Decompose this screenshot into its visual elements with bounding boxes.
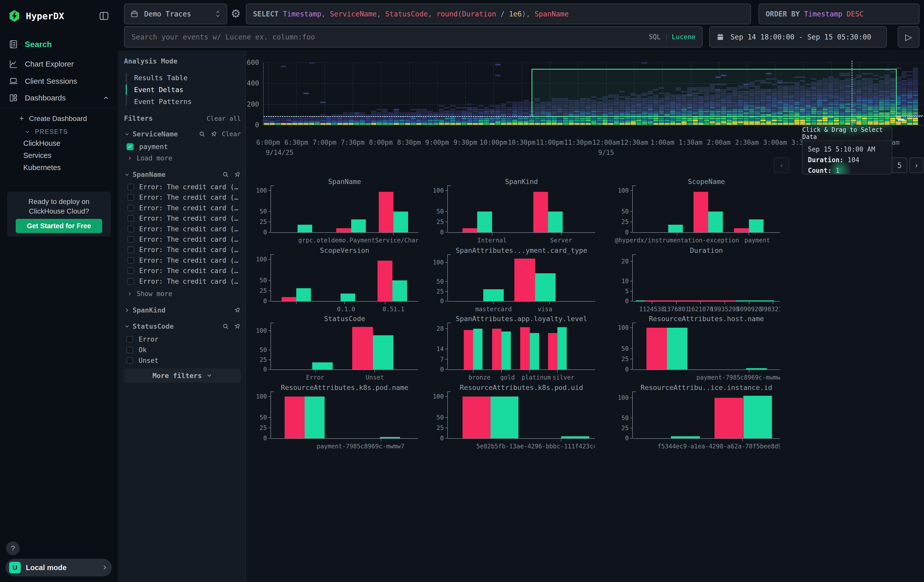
filter-option-spanname[interactable]: Error: The credit card (… [127,278,238,285]
checkbox[interactable] [127,226,134,232]
sql-mode-toggle[interactable]: SQL [649,33,661,41]
sidebar-item-chart-explorer[interactable]: Chart Explorer [8,59,74,69]
filters-title: Filters [124,114,153,122]
filter-option-unset[interactable]: Unset [127,357,158,364]
source-select[interactable]: Demo Traces [124,3,227,24]
mini-chart-spanattributes-app-loyalty-level[interactable]: SpanAttributes.app.loyalty.level071428br… [429,314,595,381]
filter-option-ok[interactable]: Ok [127,346,147,354]
chevron-down-icon[interactable] [124,323,130,330]
time-range-picker[interactable]: Sep 14 18:00:00 - Sep 15 05:30:00 [709,26,887,48]
page-number-button[interactable]: 5 [892,157,907,173]
clear-section-button[interactable]: Clear [222,130,241,138]
mode-event-deltas[interactable]: Event Deltas [134,86,183,94]
x-tick-label: 5e02b5fb-13ae-4296-bbbc-111f423c460d [476,443,595,449]
y-tick [630,281,632,281]
pin-icon[interactable] [232,322,242,331]
run-query-button[interactable]: ▷ [898,26,919,48]
mini-chart-resourceattributes-host-name[interactable]: ResourceAttributes.host.name02550100paym… [614,314,780,381]
pin-icon[interactable] [232,170,242,180]
chevron-down-icon[interactable] [124,131,130,137]
pin-icon[interactable] [209,129,219,139]
checkbox[interactable] [127,278,134,285]
checkbox[interactable] [127,336,133,343]
mini-chart-resourceattribu-ice-instance-id[interactable]: ResourceAttribu..ice.instance.id02550100… [614,383,780,449]
mini-chart-scopename[interactable]: ScopeName02550100@hyperdx/instrumentatio… [614,177,780,244]
checkbox[interactable] [127,357,133,364]
mode-event-patterns[interactable]: Event Patterns [134,98,192,106]
checkbox[interactable] [127,257,134,264]
page-prev-button[interactable]: ‹ [774,157,789,173]
mode-divider: | [664,33,668,41]
mini-chart-resourceattributes-k8s-pod-name[interactable]: ResourceAttributes.k8s.pod.name02550100p… [252,383,418,449]
order-by-input[interactable]: ORDER BY Timestamp DESC [759,3,919,24]
checkbox-checked[interactable]: ✓ [127,143,134,150]
y-tick-label: 0 [614,298,629,305]
lucene-mode-toggle[interactable]: Lucene [672,33,696,41]
create-dashboard-button[interactable]: + Create Dashboard [19,114,87,123]
checkbox[interactable] [127,236,134,243]
sidebar-item-clickhouse[interactable]: ClickHouse [23,139,61,148]
logo[interactable]: HyperDX [8,10,64,22]
checkbox[interactable] [127,205,134,211]
checkbox[interactable] [127,194,134,201]
page-next-button[interactable]: › [909,157,924,173]
x-tick [676,302,676,304]
get-started-button[interactable]: Get Started for Free [16,219,102,233]
filter-option-spanname[interactable]: Error: The credit card (… [127,236,238,243]
checkbox[interactable] [127,267,134,274]
x-tick-label: 9:00pm [425,138,449,146]
filter-option-spanname[interactable]: Error: The credit card (… [127,194,238,201]
pin-icon[interactable] [232,305,242,315]
load-more-button[interactable]: Load more [127,154,172,162]
y-tick [445,369,447,370]
x-tick-label: 10:00pm [480,138,508,146]
sidebar-item-search[interactable]: Search [8,40,52,49]
collapse-sidebar-icon[interactable] [99,11,109,22]
filter-option-spanname[interactable]: Error: The credit card (… [127,267,238,275]
x-axis [271,438,418,439]
search-icon[interactable] [222,323,229,330]
filter-option-spanname[interactable]: Error: The credit card (… [127,204,238,212]
chevron-right-icon[interactable] [124,307,130,313]
selection-box[interactable] [531,69,897,117]
filter-option-spanname[interactable]: Error: The credit card (… [127,257,238,264]
filter-option-error[interactable]: Error [127,336,158,343]
sidebar-item-kubernetes[interactable]: Kubernetes [23,163,61,172]
mini-chart-resourceattributes-k8s-pod-uid[interactable]: ResourceAttributes.k8s.pod.uid025501005e… [429,383,595,449]
search-icon[interactable] [222,171,229,178]
show-more-button[interactable]: Show more [127,290,172,298]
search-input[interactable] [131,33,649,41]
sidebar-item-services[interactable]: Services [23,151,51,160]
mini-chart-statuscode[interactable]: StatusCode02550100ErrorUnset [252,314,418,381]
help-button[interactable]: ? [6,541,20,555]
filter-option-spanname[interactable]: Error: The credit card (… [127,246,238,254]
checkbox[interactable] [127,184,134,190]
local-mode-menu[interactable]: U Local mode [6,559,112,576]
more-filters-button[interactable]: More filters [124,368,241,383]
mini-chart-spankind[interactable]: SpanKind02550100InternalServer [429,177,595,244]
mode-results-table[interactable]: Results Table [134,74,188,82]
tooltip-header: Click & Drag to Select Data [802,126,892,141]
search-icon[interactable] [199,130,206,138]
y-tick [269,330,271,331]
sidebar-item-client-sessions[interactable]: Client Sessions [8,76,77,86]
checkbox[interactable] [127,246,134,253]
source-settings-gear-icon[interactable]: ⚙ [231,7,241,20]
filter-option-label: Error: The credit card (… [139,236,238,243]
checkbox[interactable] [127,347,133,353]
sidebar-item-dashboards[interactable]: Dashboards [8,93,110,103]
heatmap-tooltip: Click & Drag to Select Data Sep 15 5:10:… [802,126,892,174]
mini-chart-spanname[interactable]: SpanName02550100grpc.oteldemo.PaymentSer… [252,177,418,244]
filter-option-spanname[interactable]: Error: The credit card (… [127,214,238,222]
mini-chart-duration[interactable]: Duration05102011245381376801162107019935… [614,246,780,312]
x-tick-label: 19935295 [710,306,739,312]
sql-select-input[interactable]: SELECT Timestamp, ServiceName, StatusCod… [246,3,751,24]
mini-chart-spanattributes-yment-card-type[interactable]: SpanAttributes...yment.card_type02550100… [429,246,595,312]
checkbox[interactable] [127,215,134,222]
presets-toggle[interactable]: PRESETS [24,128,68,135]
filter-option-spanname[interactable]: Error: The credit card (… [127,225,238,233]
chevron-down-icon[interactable] [124,171,130,178]
filter-option-spanname[interactable]: Error: The credit card (… [127,183,238,191]
mini-chart-scopeversion[interactable]: ScopeVersion025501000.1.00.51.1 [252,246,418,312]
filter-option-payment[interactable]: ✓ payment [127,143,168,150]
